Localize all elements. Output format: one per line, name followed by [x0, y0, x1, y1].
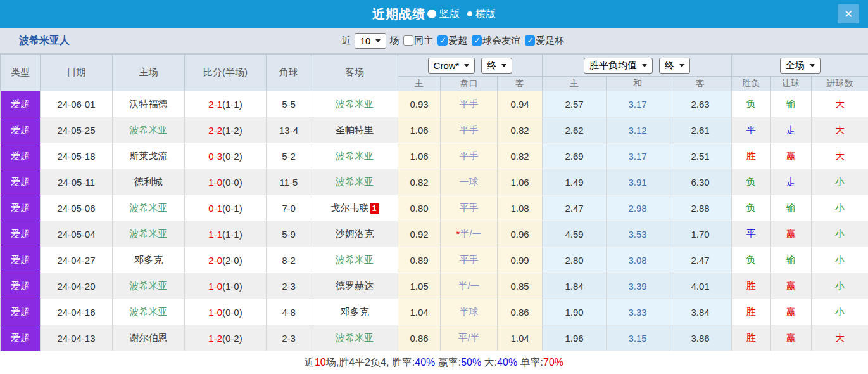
header-home: 主场	[113, 55, 185, 91]
vertical-layout-radio[interactable]	[427, 10, 436, 18]
near-label: 近	[342, 35, 351, 47]
col-odds-win: 2.80	[543, 247, 607, 273]
col-away-team: 波希米亚	[311, 143, 398, 169]
chevron-down-icon	[679, 64, 684, 67]
table-header: 类型 日期 主场 比分(半场) 角球 客场 Crow* 终	[1, 55, 868, 91]
avg-period-select[interactable]: 终	[659, 58, 690, 74]
match-row: 爱超24-04-27邓多克2-0(2-0)8-2波希米亚0.89平手0.992.…	[1, 247, 868, 273]
bookmaker-period-value: 终	[487, 60, 496, 72]
match-row: 爱超24-06-01沃特福德2-1(1-1)5-5波希米亚0.93平手0.942…	[1, 91, 868, 117]
halftime-score: (2-0)	[222, 255, 242, 266]
col-odds-win: 4.59	[543, 221, 607, 247]
col-odds-lose: 1.70	[669, 221, 732, 247]
col-goals-result: 大	[812, 143, 868, 169]
col-asian-home-odds: 1.05	[398, 273, 441, 299]
filter-checkbox[interactable]	[437, 35, 448, 46]
col-handicap-result: 赢	[771, 221, 812, 247]
close-button[interactable]: ✕	[838, 4, 859, 23]
col-odds-win: 2.57	[543, 91, 607, 117]
filter-checkbox-label[interactable]: 爱超	[448, 35, 467, 47]
col-result: 平	[732, 117, 771, 143]
col-asian-home-odds: 0.92	[398, 221, 441, 247]
subheader-odds-win: 主	[543, 77, 607, 91]
col-score: 1-0(1-0)	[185, 273, 267, 299]
col-result: 胜	[732, 299, 771, 325]
col-handicap-result: 赢	[771, 273, 812, 299]
col-odds-draw: 3.33	[607, 299, 669, 325]
fulltime-score: 2-0	[208, 255, 222, 266]
filter-checkbox[interactable]	[525, 35, 535, 46]
col-odds-lose: 3.84	[669, 299, 732, 325]
col-odds-lose: 3.86	[669, 325, 732, 351]
col-home-team: 波希米亚	[113, 117, 185, 143]
col-league-badge: 爱超	[1, 221, 41, 247]
vertical-layout-label[interactable]: 竖版	[439, 8, 460, 21]
col-goals-result: 小	[812, 247, 868, 273]
league-filter-checkboxes: 同主爱超球会友谊爱足杯	[399, 35, 564, 47]
filter-bar: 波希米亚人 近 10 场 同主爱超球会友谊爱足杯	[0, 28, 868, 54]
col-odds-win: 1.84	[543, 273, 607, 299]
col-score: 1-0(0-0)	[185, 299, 267, 325]
col-league-badge: 爱超	[1, 143, 41, 169]
col-asian-away-odds: 0.86	[498, 299, 543, 325]
handicap-star: *	[456, 228, 460, 239]
halftime-score: (0-2)	[222, 333, 242, 344]
col-handicap: 半球	[441, 299, 498, 325]
col-result: 胜	[732, 143, 771, 169]
col-home-team: 波希米亚	[113, 299, 185, 325]
summary-part: 50%	[461, 357, 481, 368]
col-score: 1-0(0-0)	[185, 169, 267, 195]
col-odds-draw: 3.53	[607, 221, 669, 247]
bookmaker-period-select[interactable]: 终	[481, 58, 512, 74]
col-asian-away-odds: 0.94	[498, 91, 543, 117]
away-team-name: 圣帕特里	[336, 124, 374, 135]
col-home-team: 斯莱戈流	[113, 143, 185, 169]
filter-checkbox[interactable]	[403, 35, 413, 46]
col-asian-away-odds: 1.04	[498, 325, 543, 351]
filter-checkbox-label[interactable]: 球会友谊	[482, 35, 520, 47]
bookmaker-select[interactable]: Crow*	[428, 58, 475, 74]
scope-select[interactable]: 全场	[780, 58, 821, 74]
col-handicap: 平手	[441, 91, 498, 117]
filter-checkbox-label[interactable]: 爱足杯	[536, 35, 564, 47]
col-odds-draw: 3.15	[607, 325, 669, 351]
chevron-down-icon	[375, 39, 381, 42]
col-league-badge: 爱超	[1, 325, 41, 351]
summary-footer: 近10场,胜4平2负4, 胜率:40% 赢率:50% 大:40% 单率:70%	[0, 351, 868, 374]
col-asian-home-odds: 0.93	[398, 91, 441, 117]
subheader-odds-draw: 和	[607, 77, 669, 91]
horizontal-layout-label[interactable]: 横版	[475, 8, 496, 21]
horizontal-layout-radio[interactable]	[467, 11, 472, 16]
match-row: 爱超24-04-16波希米亚1-0(0-0)4-8邓多克1.04半球0.861.…	[1, 299, 868, 325]
col-asian-away-odds: 1.08	[498, 195, 543, 221]
subheader-odds-lose: 客	[669, 77, 732, 91]
col-score: 0-3(0-2)	[185, 143, 267, 169]
col-odds-draw: 3.39	[607, 273, 669, 299]
col-corner: 5-5	[267, 91, 311, 117]
halftime-score: (0-2)	[222, 151, 242, 162]
col-handicap-result: 赢	[771, 143, 812, 169]
col-home-team: 波希米亚	[113, 195, 185, 221]
filter-checkbox[interactable]	[472, 35, 482, 46]
avg-odds-select[interactable]: 胜平负均值	[584, 58, 653, 74]
col-odds-draw: 3.91	[607, 169, 669, 195]
avg-odds-value: 胜平负均值	[589, 60, 637, 72]
title-group: 近期战绩 竖版 横版	[372, 6, 496, 23]
filter-checkbox-label[interactable]: 同主	[414, 35, 433, 47]
col-asian-home-odds: 1.06	[398, 117, 441, 143]
col-asian-away-odds: 0.99	[498, 247, 543, 273]
col-odds-lose: 2.47	[669, 247, 732, 273]
col-date: 24-05-25	[41, 117, 113, 143]
chevron-down-icon	[501, 64, 506, 67]
red-card-badge: 1	[370, 203, 379, 214]
match-count-select[interactable]: 10	[355, 33, 387, 49]
col-home-team: 沃特福德	[113, 91, 185, 117]
subheader-asian-home: 主	[398, 77, 441, 91]
col-corner: 8-2	[267, 247, 311, 273]
col-league-badge: 爱超	[1, 169, 41, 195]
col-home-team: 德利城	[113, 169, 185, 195]
col-away-team: 波希米亚	[311, 325, 398, 351]
match-row: 爱超24-05-06波希米亚0-1(0-1)7-0戈尔韦联10.80平手1.08…	[1, 195, 868, 221]
match-row: 爱超24-05-25波希米亚2-2(1-2)13-4圣帕特里1.06平手0.82…	[1, 117, 868, 143]
summary-part: 赢率:	[435, 357, 461, 368]
